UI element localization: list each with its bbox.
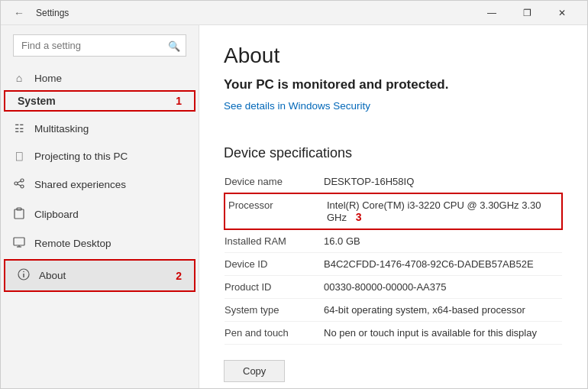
svg-rect-5 <box>15 209 24 219</box>
table-row: System type64-bit operating system, x64-… <box>225 299 562 322</box>
page-title: About <box>224 44 563 68</box>
spec-value: 64-bit operating system, x64-based proce… <box>324 299 562 322</box>
minimize-button[interactable]: — <box>474 1 509 25</box>
close-button[interactable]: ✕ <box>544 1 580 25</box>
titlebar-left: ← Settings <box>8 2 69 24</box>
sidebar-item-multitasking[interactable]: ☷ Multitasking <box>1 115 199 142</box>
search-icon: 🔍 <box>168 40 180 51</box>
main-content: About Your PC is monitored and protected… <box>199 25 587 388</box>
table-row: Pen and touchNo pen or touch input is av… <box>225 322 562 345</box>
sidebar-item-projecting[interactable]: ⎕ Projecting to this PC <box>1 142 199 170</box>
projecting-icon: ⎕ <box>13 150 25 162</box>
protected-text: Your PC is monitored and protected. <box>224 77 563 92</box>
table-row: Installed RAM16.0 GB <box>225 229 562 253</box>
specs-table: Device nameDESKTOP-16H58IQProcessorIntel… <box>224 170 563 345</box>
sidebar-item-clipboard[interactable]: Clipboard <box>1 199 199 229</box>
copy-button[interactable]: Copy <box>224 360 285 382</box>
sidebar-item-system[interactable]: System 1 <box>4 90 195 112</box>
sidebar-item-shared-experiences[interactable]: Shared experiences <box>1 170 199 199</box>
shared-label: Shared experiences <box>34 179 126 190</box>
annotation-2: 2 <box>176 270 182 282</box>
clipboard-label: Clipboard <box>34 209 79 220</box>
multitasking-label: Multitasking <box>34 123 89 135</box>
clipboard-icon <box>13 207 25 222</box>
svg-rect-7 <box>14 238 24 245</box>
table-row: ProcessorIntel(R) Core(TM) i3-3220 CPU @… <box>225 193 562 229</box>
system-label: System <box>18 95 56 107</box>
spec-key: Pen and touch <box>225 322 324 345</box>
table-row: Device IDB4C2CFDD-1476-4708-92C6-DADEB57… <box>225 253 562 276</box>
window-controls: — ❐ ✕ <box>474 1 580 25</box>
spec-value: Intel(R) Core(TM) i3-3220 CPU @ 3.30GHz … <box>324 193 562 229</box>
windows-security-link[interactable]: See details in Windows Security <box>224 100 370 112</box>
table-row: Device nameDESKTOP-16H58IQ <box>225 170 562 193</box>
svg-point-2 <box>21 185 24 188</box>
back-button[interactable]: ← <box>8 2 30 24</box>
about-icon <box>18 268 30 283</box>
annotation-1: 1 <box>176 95 182 107</box>
svg-line-4 <box>18 184 21 186</box>
table-row: Product ID00330-80000-00000-AA375 <box>225 276 562 299</box>
remote-desktop-label: Remote Desktop <box>34 238 111 249</box>
settings-window: ← Settings — ❐ ✕ 🔍 ⌂ Home System 1 <box>0 0 588 389</box>
spec-key: Processor <box>225 193 324 229</box>
sidebar: 🔍 ⌂ Home System 1 ☷ Multitasking ⎕ Proje… <box>1 25 199 388</box>
sidebar-item-about[interactable]: About 2 <box>4 259 195 292</box>
titlebar: ← Settings — ❐ ✕ <box>1 1 587 25</box>
search-container: 🔍 <box>13 34 186 57</box>
sidebar-home-label: Home <box>34 73 62 84</box>
spec-key: System type <box>225 299 324 322</box>
home-icon: ⌂ <box>13 72 25 84</box>
spec-key: Device name <box>225 170 324 193</box>
sidebar-item-remote-desktop[interactable]: Remote Desktop <box>1 229 199 258</box>
remote-desktop-icon <box>13 237 25 250</box>
spec-key: Device ID <box>225 253 324 276</box>
spec-value: No pen or touch input is available for t… <box>324 322 562 345</box>
annotation-3: 3 <box>356 211 362 223</box>
titlebar-title: Settings <box>36 8 69 18</box>
spec-key: Installed RAM <box>225 229 324 253</box>
device-specs-title: Device specifications <box>224 145 563 161</box>
shared-icon <box>13 177 25 192</box>
content-area: 🔍 ⌂ Home System 1 ☷ Multitasking ⎕ Proje… <box>1 25 587 388</box>
projecting-label: Projecting to this PC <box>34 151 128 162</box>
spec-value: B4C2CFDD-1476-4708-92C6-DADEB57AB52E <box>324 253 562 276</box>
search-input[interactable] <box>13 34 186 57</box>
sidebar-item-home[interactable]: ⌂ Home <box>1 66 199 90</box>
svg-point-0 <box>15 182 18 185</box>
svg-point-12 <box>23 271 24 273</box>
multitasking-icon: ☷ <box>13 122 25 135</box>
spec-value: 16.0 GB <box>324 229 562 253</box>
spec-key: Product ID <box>225 276 324 299</box>
restore-button[interactable]: ❐ <box>509 1 544 25</box>
about-label: About <box>39 270 66 281</box>
svg-point-1 <box>21 179 24 182</box>
spec-value: DESKTOP-16H58IQ <box>324 170 562 193</box>
svg-line-3 <box>18 181 21 183</box>
spec-value: 00330-80000-00000-AA375 <box>324 276 562 299</box>
